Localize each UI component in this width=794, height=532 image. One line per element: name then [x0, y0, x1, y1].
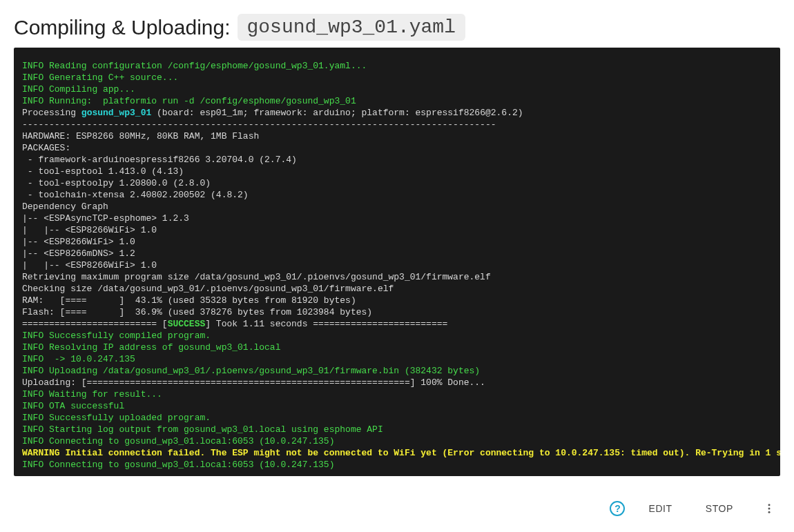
log-line: Uploading: [============================… — [22, 377, 772, 388]
log-line: - tool-esptoolpy 1.20800.0 (2.8.0) — [22, 177, 772, 189]
log-line: Flash: [==== ] 36.9% (used 378276 bytes … — [22, 306, 772, 318]
more-menu-button[interactable] — [755, 495, 783, 522]
log-line: INFO Starting log output from gosund_wp3… — [22, 424, 772, 435]
help-glyph: ? — [614, 503, 621, 514]
log-line: INFO Uploading /data/gosund_wp3_01/.pioe… — [22, 365, 772, 377]
edit-button[interactable]: EDIT — [637, 497, 683, 520]
log-line: |-- <ESPAsyncTCP-esphome> 1.2.3 — [22, 213, 772, 224]
log-line: INFO Reading configuration /config/espho… — [22, 60, 772, 72]
log-line: WARNING Initial connection failed. The E… — [22, 447, 772, 459]
log-line: Processing gosund_wp3_01 (board: esp01_1… — [22, 107, 772, 119]
title-row: Compiling & Uploading: gosund_wp3_01.yam… — [14, 14, 780, 41]
header: Compiling & Uploading: gosund_wp3_01.yam… — [0, 0, 794, 48]
log-line: INFO OTA successful — [22, 400, 772, 412]
log-line: HARDWARE: ESP8266 80MHz, 80KB RAM, 1MB F… — [22, 130, 772, 142]
log-line: - framework-arduinoespressif8266 3.20704… — [22, 154, 772, 166]
log-line: PACKAGES: — [22, 142, 772, 154]
log-line: Dependency Graph — [22, 201, 772, 213]
svg-point-2 — [768, 511, 771, 513]
log-line: RAM: [==== ] 43.1% (used 35328 bytes fro… — [22, 295, 772, 306]
terminal-container: INFO Reading configuration /config/espho… — [0, 48, 794, 485]
log-line: INFO Compiling app... — [22, 83, 772, 95]
log-line: INFO Generating C++ source... — [22, 72, 772, 83]
log-line: |-- <ESP8266mDNS> 1.2 — [22, 248, 772, 259]
log-line: ----------------------------------------… — [22, 119, 772, 130]
log-line: - tool-esptool 1.413.0 (4.13) — [22, 166, 772, 177]
log-line: ========================= [SUCCESS] Took… — [22, 318, 772, 330]
log-line: |-- <ESP8266WiFi> 1.0 — [22, 236, 772, 248]
log-line: | |-- <ESP8266WiFi> 1.0 — [22, 224, 772, 236]
log-line: INFO Running: platformio run -d /config/… — [22, 95, 772, 107]
terminal-output[interactable]: INFO Reading configuration /config/espho… — [14, 48, 780, 476]
log-line: INFO Successfully compiled program. — [22, 330, 772, 342]
page-title: Compiling & Uploading: — [14, 16, 231, 39]
log-line: INFO Resolving IP address of gosund_wp3_… — [22, 342, 772, 353]
log-line: Retrieving maximum program size /data/go… — [22, 271, 772, 283]
svg-point-0 — [768, 504, 771, 506]
kebab-icon — [763, 502, 775, 515]
footer-actions: ? EDIT STOP — [0, 485, 794, 532]
log-line: INFO -> 10.0.247.135 — [22, 353, 772, 365]
log-line: INFO Waiting for result... — [22, 388, 772, 400]
filename-pill: gosund_wp3_01.yaml — [238, 14, 465, 41]
help-icon[interactable]: ? — [610, 501, 625, 516]
log-line: Checking size /data/gosund_wp3_01/.pioen… — [22, 283, 772, 295]
log-line: | |-- <ESP8266WiFi> 1.0 — [22, 259, 772, 271]
log-line: INFO Successfully uploaded program. — [22, 412, 772, 424]
stop-button[interactable]: STOP — [695, 497, 744, 520]
log-line: INFO Connecting to gosund_wp3_01.local:6… — [22, 459, 772, 471]
svg-point-1 — [768, 508, 771, 510]
log-line: INFO Connecting to gosund_wp3_01.local:6… — [22, 435, 772, 447]
log-line: - toolchain-xtensa 2.40802.200502 (4.8.2… — [22, 189, 772, 201]
